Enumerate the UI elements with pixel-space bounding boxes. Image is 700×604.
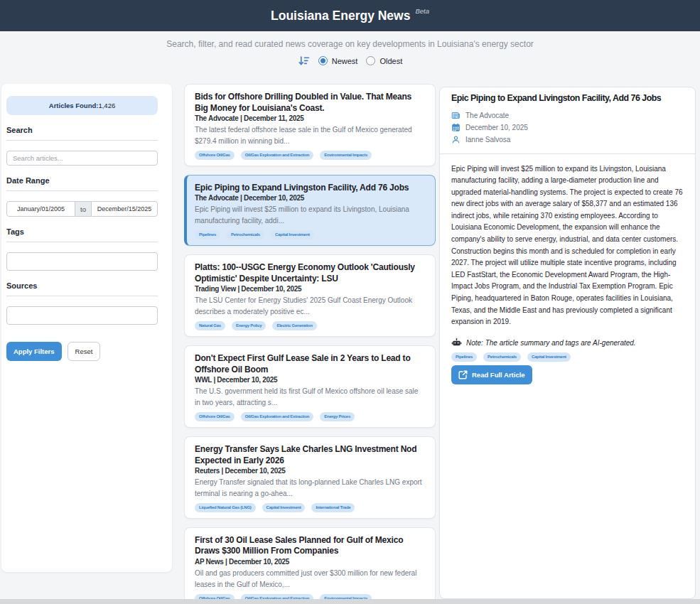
robot-icon: [451, 338, 462, 348]
article-tag: Oil/Gas Exploration and Extraction: [241, 412, 314, 421]
sort-descending-icon: [298, 55, 310, 67]
article-summary: The U.S. government held its first Gulf …: [195, 386, 425, 409]
divider: [6, 190, 158, 191]
detail-tag: Pipelines: [451, 352, 477, 362]
article-detail: Epic Piping to Expand Livingston Facilit…: [439, 87, 696, 599]
date-range-group: to: [6, 201, 158, 217]
ai-note: Note: The article summary and tags are A…: [451, 338, 684, 348]
filters-sidebar: Articles Found:1,426 Search Date Range t…: [1, 84, 172, 572]
article-tag: Natural Gas: [195, 321, 225, 330]
article-tag: Electric Generation: [272, 321, 316, 330]
sort-oldest-label: Oldest: [379, 57, 402, 65]
article-title: Bids for Offshore Drilling Doubled in Va…: [195, 92, 425, 114]
article-tag: International Trade: [311, 503, 355, 512]
date-range-heading: Date Range: [6, 176, 158, 185]
articles-found-count: 1,426: [98, 102, 115, 109]
article-list: Bids for Offshore Drilling Doubled in Va…: [184, 84, 436, 604]
app-subtitle: Search, filter, and read curated news co…: [0, 39, 700, 49]
article-tag: Environmental Impacts: [320, 151, 372, 160]
detail-author-row: Ianne Salvosa: [451, 135, 684, 144]
read-full-article-button[interactable]: Read Full Article: [451, 365, 532, 384]
article-tag: Energy Prices: [320, 412, 355, 421]
article-title: Energy Transfer Says Lake Charles LNG In…: [195, 444, 425, 466]
article-summary: Energy Transfer signaled that its long-p…: [195, 477, 425, 500]
article-tag: Petrochemicals: [227, 230, 264, 239]
detail-date-row: December 10, 2025: [451, 123, 684, 132]
article-source-line: Trading View | December 10, 2025: [195, 284, 425, 293]
articles-found-label: Articles Found:: [49, 102, 99, 109]
article-source-line: WWL | December 10, 2025: [195, 375, 425, 384]
detail-body: Epic Piping will invest $25 million to e…: [451, 163, 684, 328]
article-card[interactable]: Don't Expect First Gulf Lease Sale in 2 …: [184, 345, 436, 428]
sources-heading: Sources: [6, 281, 158, 290]
articles-found-badge: Articles Found:1,426: [6, 96, 158, 115]
detail-source: The Advocate: [465, 112, 509, 119]
date-to-label: to: [75, 201, 91, 217]
article-title: Epic Piping to Expand Livingston Facilit…: [195, 183, 425, 194]
article-tags: Liquefied Natural Gas (LNG)Capital Inves…: [195, 503, 425, 512]
article-tags: PipelinesPetrochemicalsCapital Investmen…: [195, 230, 425, 239]
detail-tags: PipelinesPetrochemicalsCapital Investmen…: [451, 352, 684, 362]
article-source-line: AP News | December 10, 2025: [195, 557, 425, 566]
radio-newest-icon[interactable]: [318, 56, 328, 65]
detail-tag: Petrochemicals: [483, 352, 521, 362]
newspaper-icon: [451, 111, 461, 120]
article-card[interactable]: Epic Piping to Expand Livingston Facilit…: [184, 175, 436, 246]
app-title: Louisiana Energy News: [271, 9, 410, 23]
detail-tag: Capital Investment: [527, 352, 571, 362]
article-tag: Oil/Gas Exploration and Extraction: [241, 151, 314, 160]
detail-source-row: The Advocate: [451, 111, 684, 120]
article-source-line: The Advocate | December 10, 2025: [195, 193, 425, 203]
external-link-icon: [458, 370, 468, 379]
article-title: Don't Expect First Gulf Lease Sale in 2 …: [195, 353, 425, 375]
window-bottom-edge: [0, 599, 700, 604]
article-tag: Pipelines: [195, 230, 220, 239]
app-header: Louisiana Energy News Beta: [0, 0, 700, 31]
article-summary: The LSU Center for Energy Studies' 2025 …: [195, 295, 425, 318]
article-tag: Offshore Oil/Gas: [195, 151, 235, 160]
read-full-article-label: Read Full Article: [472, 371, 525, 379]
divider: [6, 296, 158, 296]
article-card[interactable]: First of 30 Oil Lease Sales Planned for …: [184, 527, 436, 604]
date-to-input[interactable]: [91, 201, 158, 217]
detail-author: Ianne Salvosa: [465, 136, 510, 144]
person-icon: [451, 135, 461, 144]
article-summary: Epic Piping will invest $25 million to e…: [195, 204, 425, 227]
article-card[interactable]: Platts: 100--USGC Energy Economy Outlook…: [184, 254, 436, 337]
article-card[interactable]: Bids for Offshore Drilling Doubled in Va…: [184, 84, 436, 166]
article-tag: Liquefied Natural Gas (LNG): [195, 503, 256, 512]
article-title: Platts: 100--USGC Energy Economy Outlook…: [195, 262, 425, 284]
article-summary: The latest federal offshore lease sale i…: [195, 124, 425, 147]
divider: [440, 153, 695, 154]
sort-oldest-option[interactable]: Oldest: [366, 56, 402, 65]
search-heading: Search: [6, 126, 158, 134]
article-tag: Offshore Oil/Gas: [195, 412, 235, 421]
divider: [6, 140, 158, 141]
sort-newest-label: Newest: [332, 57, 358, 65]
detail-title: Epic Piping to Expand Livingston Facilit…: [451, 93, 684, 104]
tags-heading: Tags: [6, 227, 158, 236]
calendar-icon: [451, 123, 461, 132]
beta-badge: Beta: [415, 7, 429, 15]
article-tags: Natural GasEnergy PolicyElectric Generat…: [195, 321, 425, 330]
sources-input[interactable]: [6, 306, 158, 325]
article-tag: Capital Investment: [262, 503, 306, 512]
search-input[interactable]: [6, 151, 158, 166]
divider: [6, 242, 158, 242]
article-title: First of 30 Oil Lease Sales Planned for …: [195, 535, 425, 557]
reset-button[interactable]: Reset: [68, 342, 101, 361]
sort-bar: Newest Oldest: [0, 55, 700, 67]
detail-date: December 10, 2025: [465, 124, 528, 131]
tags-input[interactable]: [6, 252, 158, 271]
article-tag: Capital Investment: [271, 230, 314, 239]
radio-oldest-icon[interactable]: [366, 56, 375, 65]
article-card[interactable]: Energy Transfer Says Lake Charles LNG In…: [184, 436, 436, 519]
ai-note-text: Note: The article summary and tags are A…: [466, 339, 636, 347]
article-source-line: The Advocate | December 11, 2025: [195, 114, 425, 123]
article-tags: Offshore Oil/GasOil/Gas Exploration and …: [195, 412, 425, 421]
sort-newest-option[interactable]: Newest: [318, 56, 358, 65]
apply-filters-button[interactable]: Apply Filters: [6, 342, 62, 361]
date-from-input[interactable]: [6, 201, 75, 217]
article-source-line: Reuters | December 10, 2025: [195, 466, 425, 475]
article-tags: Offshore Oil/GasOil/Gas Exploration and …: [195, 151, 425, 160]
